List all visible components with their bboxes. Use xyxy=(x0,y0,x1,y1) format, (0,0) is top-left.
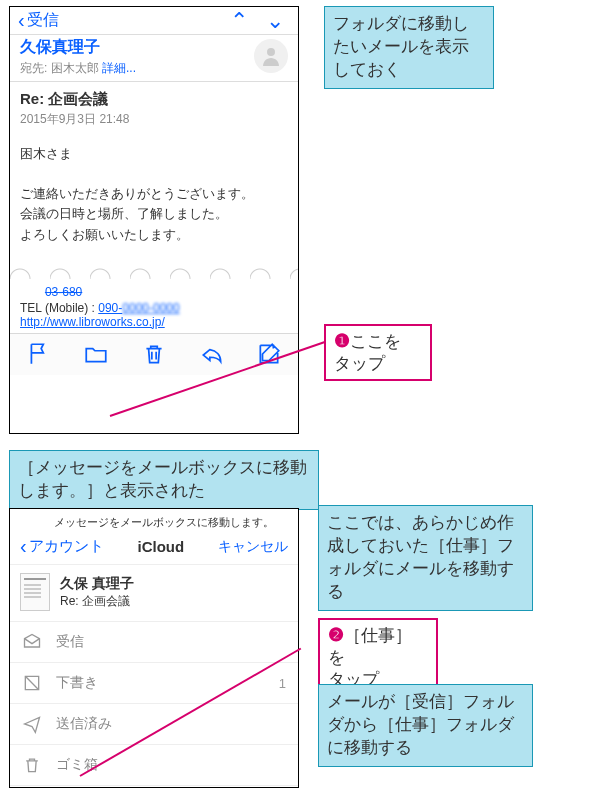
cancel-button[interactable]: キャンセル xyxy=(218,538,288,556)
sender-block: 久保真理子 宛先: 困木太郎 詳細... xyxy=(10,35,298,81)
folder-label: ゴミ箱 xyxy=(56,756,98,774)
step1-number: ❶ xyxy=(334,331,350,351)
back-to-inbox[interactable]: ‹ 受信 xyxy=(18,9,59,32)
folder-count: 1 xyxy=(279,676,286,691)
folder-row-ゴミ箱[interactable]: ゴミ箱 xyxy=(10,745,298,786)
step2-number: ❷ xyxy=(328,625,344,645)
callout-display-mail: フォルダに移動したいメールを表示しておく xyxy=(324,6,494,89)
recipient-prefix: 宛先: xyxy=(20,61,47,75)
card-sender: 久保 真理子 xyxy=(60,575,134,593)
tel-label: TEL (Mobile) : xyxy=(20,301,95,315)
svg-point-0 xyxy=(267,48,275,56)
folder-type-icon xyxy=(22,673,42,693)
folder-type-icon xyxy=(22,755,42,775)
chevron-left-icon: ‹ xyxy=(20,535,27,558)
body-line: 困木さま xyxy=(20,144,288,164)
picker-title: iCloud xyxy=(138,538,185,555)
folder-row-送信済み[interactable]: 送信済み xyxy=(10,704,298,745)
folder-type-icon xyxy=(22,714,42,734)
recipient-line: 宛先: 困木太郎 詳細... xyxy=(20,60,288,77)
folder-icon[interactable] xyxy=(83,341,109,367)
callout-explain-folder: ここでは、あらかじめ作成しておいた［仕事］フォルダにメールを移動する xyxy=(318,505,533,611)
back-accounts-label: アカウント xyxy=(29,537,104,556)
chevron-left-icon: ‹ xyxy=(18,9,25,32)
body-line: 会議の日時と場所、了解しました。 xyxy=(20,204,288,224)
mail-thumbnail-icon xyxy=(20,573,50,611)
prev-next-arrows[interactable]: ⌃ ⌄ xyxy=(230,8,290,34)
url-link[interactable]: http://www.libroworks.co.jp/ xyxy=(20,315,165,329)
phone-mail-view: ‹ 受信 ⌃ ⌄ 久保真理子 宛先: 困木太郎 詳細... Re: 企画会議 2… xyxy=(9,6,299,434)
phone-folder-picker: メッセージをメールボックスに移動します。 ‹ アカウント iCloud キャンセ… xyxy=(9,508,299,788)
reply-icon[interactable] xyxy=(199,341,225,367)
signature-block: TEL 03-680 TEL (Mobile) : 090-0000-0000 … xyxy=(10,279,298,333)
subject-block: Re: 企画会議 2015年9月3日 21:48 xyxy=(10,82,298,134)
folder-label: 受信 xyxy=(56,633,84,651)
folder-row-下書き[interactable]: 下書き1 xyxy=(10,663,298,704)
body-line xyxy=(20,164,288,184)
callout-moved-result: メールが［受信］フォルダから［仕事］フォルダに移動する xyxy=(318,684,533,767)
callout-move-message-banner: ［メッセージをメールボックスに移動します。］と表示された xyxy=(9,450,319,510)
mail-body: 困木さま ご連絡いただきありがとうございます。会議の日時と場所、了解しました。よ… xyxy=(10,134,298,259)
step1-callout: ❶ここを タップ xyxy=(324,324,432,381)
back-to-accounts[interactable]: ‹ アカウント xyxy=(20,535,104,558)
avatar-icon xyxy=(254,39,288,73)
details-link[interactable]: 詳細... xyxy=(102,61,136,75)
folder-row-受信[interactable]: 受信 xyxy=(10,622,298,663)
move-hint: メッセージをメールボックスに移動します。 xyxy=(10,509,298,532)
folder-label: 下書き xyxy=(56,674,98,692)
body-line: よろしくお願いいたします。 xyxy=(20,225,288,245)
folder-label: 送信済み xyxy=(56,715,112,733)
date-text: 2015年9月3日 21:48 xyxy=(20,111,288,128)
back-label: 受信 xyxy=(27,10,59,31)
subject-text: Re: 企画会議 xyxy=(20,90,288,109)
picker-nav: ‹ アカウント iCloud キャンセル xyxy=(10,532,298,564)
sender-name[interactable]: 久保真理子 xyxy=(20,37,288,58)
recipient-name: 困木太郎 xyxy=(51,61,99,75)
folder-type-icon xyxy=(22,632,42,652)
body-line: ご連絡いただきありがとうございます。 xyxy=(20,184,288,204)
tel-link[interactable]: 090-0000-0000 xyxy=(98,301,179,315)
mail-card: 久保 真理子 Re: 企画会議 xyxy=(10,564,298,622)
folder-row-仕事[interactable]: 仕事 xyxy=(10,786,298,794)
card-subject: Re: 企画会議 xyxy=(60,593,134,610)
tel-partial-icon: 03-680 xyxy=(45,285,82,299)
flag-icon[interactable] xyxy=(26,341,52,367)
mail-toolbar xyxy=(10,333,298,375)
torn-edge xyxy=(10,259,298,279)
mail-nav-bar: ‹ 受信 ⌃ ⌄ xyxy=(10,7,298,35)
folder-list: 受信下書き1送信済みゴミ箱仕事 xyxy=(10,622,298,794)
trash-icon[interactable] xyxy=(141,341,167,367)
